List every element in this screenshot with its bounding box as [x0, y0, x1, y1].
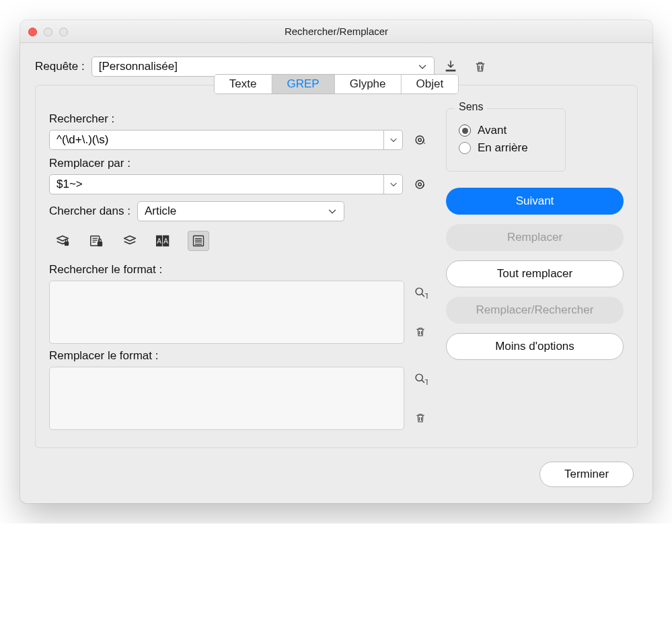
- specify-find-format-button[interactable]: T: [411, 283, 430, 302]
- svg-point-1: [418, 139, 421, 141]
- direction-title: Sens: [455, 101, 487, 113]
- less-options-button[interactable]: Moins d'options: [446, 333, 624, 360]
- search-in-value: Article: [145, 205, 176, 218]
- direction-backward-radio[interactable]: En arrière: [459, 141, 553, 155]
- direction-backward-label: En arrière: [478, 141, 528, 155]
- done-button[interactable]: Terminer: [539, 462, 634, 487]
- svg-text:T: T: [424, 378, 428, 386]
- svg-rect-4: [65, 242, 69, 246]
- svg-point-2: [416, 180, 424, 188]
- query-select-value: [Personnalisée]: [99, 60, 178, 73]
- replace-history-dropdown[interactable]: [383, 175, 402, 194]
- main-group: Texte GREP Glyphe Objet Rechercher :: [35, 85, 638, 448]
- include-locked-stories-toggle[interactable]: [87, 231, 106, 250]
- svg-point-3: [418, 183, 421, 186]
- find-special-characters-button[interactable]: [411, 131, 430, 149]
- query-label: Requête :: [35, 60, 85, 73]
- tabs: Texte GREP Glyphe Objet: [214, 74, 459, 94]
- find-next-button[interactable]: Suivant: [446, 188, 624, 215]
- find-label: Rechercher :: [49, 112, 430, 126]
- chevron-down-icon: [326, 205, 338, 217]
- svg-rect-6: [98, 242, 102, 246]
- include-locked-layers-toggle[interactable]: [53, 231, 72, 250]
- svg-text:A: A: [163, 238, 168, 245]
- replace-format-label: Remplacer le format :: [49, 349, 430, 363]
- replace-label: Remplacer par :: [49, 157, 430, 170]
- radio-checked-icon: [459, 124, 471, 137]
- svg-text:A: A: [157, 238, 161, 245]
- traffic-lights: [28, 20, 68, 43]
- svg-text:T: T: [424, 292, 428, 300]
- delete-query-button[interactable]: [471, 57, 490, 76]
- save-query-button[interactable]: [441, 57, 460, 76]
- clear-find-format-button[interactable]: [411, 322, 430, 341]
- replace-input-wrapper: [49, 174, 403, 194]
- direction-forward-label: Avant: [478, 124, 507, 137]
- titlebar: Rechercher/Remplacer: [20, 20, 652, 43]
- close-window-button[interactable]: [28, 28, 37, 36]
- specify-replace-format-button[interactable]: T: [411, 369, 430, 388]
- tab-grep[interactable]: GREP: [272, 75, 334, 94]
- maximize-window-button[interactable]: [59, 28, 68, 36]
- svg-point-0: [416, 136, 424, 144]
- direction-group: Sens Avant En arrière: [446, 108, 566, 172]
- find-input[interactable]: [50, 131, 383, 149]
- window-title: Rechercher/Remplacer: [285, 26, 388, 37]
- direction-forward-radio[interactable]: Avant: [459, 124, 553, 137]
- replace-format-area[interactable]: [49, 367, 404, 430]
- replace-button[interactable]: Remplacer: [446, 224, 624, 251]
- include-hidden-layers-toggle[interactable]: [120, 231, 139, 250]
- tab-text[interactable]: Texte: [215, 75, 272, 94]
- find-history-dropdown[interactable]: [383, 131, 402, 149]
- find-format-label: Rechercher le format :: [49, 263, 430, 277]
- replace-find-button[interactable]: Remplacer/Rechercher: [446, 297, 624, 324]
- find-input-wrapper: [49, 130, 403, 150]
- clear-replace-format-button[interactable]: [411, 408, 430, 427]
- minimize-window-button[interactable]: [44, 28, 52, 36]
- include-master-pages-toggle[interactable]: AA: [154, 231, 173, 250]
- chevron-down-icon: [416, 61, 428, 73]
- search-in-select[interactable]: Article: [137, 201, 344, 221]
- radio-unchecked-icon: [459, 142, 471, 154]
- find-format-area[interactable]: [49, 281, 404, 344]
- search-in-label: Chercher dans :: [49, 205, 130, 218]
- replace-all-button[interactable]: Tout remplacer: [446, 260, 624, 287]
- replace-input[interactable]: [50, 175, 383, 194]
- tab-object[interactable]: Objet: [402, 75, 459, 94]
- tab-glyph[interactable]: Glyphe: [335, 75, 402, 94]
- include-footnotes-toggle[interactable]: [188, 231, 209, 251]
- replace-special-characters-button[interactable]: [411, 175, 430, 194]
- find-replace-window: Rechercher/Remplacer Requête : [Personna…: [20, 20, 652, 503]
